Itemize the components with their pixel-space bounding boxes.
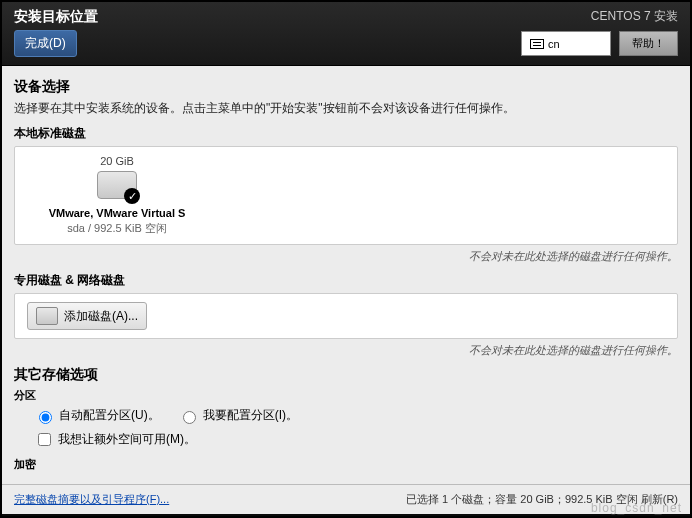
done-label: 完成(D) — [25, 36, 66, 50]
manual-partition-input[interactable] — [183, 411, 196, 424]
footer-bar: 完整磁盘摘要以及引导程序(F)... 已选择 1 个磁盘；容量 20 GiB；9… — [2, 484, 690, 514]
storage-options-title: 其它存储选项 — [14, 366, 678, 384]
extra-space-label: 我想让额外空间可用(M)。 — [58, 431, 196, 448]
disk-info: sda / 992.5 KiB 空闲 — [27, 221, 207, 236]
add-disk-label: 添加磁盘(A)... — [64, 308, 138, 325]
disk-tile[interactable]: 20 GiB ✓ VMware, VMware Virtual S sda / … — [27, 155, 207, 236]
keyboard-icon — [530, 39, 544, 49]
help-label: 帮助！ — [632, 37, 665, 49]
disk-size: 20 GiB — [27, 155, 207, 167]
hard-disk-icon: ✓ — [97, 171, 137, 199]
disk-name: VMware, VMware Virtual S — [27, 207, 207, 219]
auto-partition-label: 自动配置分区(U)。 — [59, 407, 160, 424]
extra-space-check[interactable]: 我想让额外空间可用(M)。 — [34, 430, 678, 449]
local-disks-note: 不会对未在此处选择的磁盘进行任何操作。 — [14, 249, 678, 264]
partition-radio-row: 自动配置分区(U)。 我要配置分区(I)。 — [34, 407, 678, 424]
header-bar: 安装目标位置 完成(D) CENTOS 7 安装 cn 帮助！ — [2, 2, 690, 66]
keyboard-layout-selector[interactable]: cn — [521, 31, 611, 56]
special-disks-well: 添加磁盘(A)... — [14, 293, 678, 339]
encrypt-label: 加密 — [14, 457, 678, 472]
installer-title: CENTOS 7 安装 — [591, 8, 678, 25]
page-title: 安装目标位置 — [14, 8, 98, 26]
special-disks-note: 不会对未在此处选择的磁盘进行任何操作。 — [14, 343, 678, 358]
disk-summary-link[interactable]: 完整磁盘摘要以及引导程序(F)... — [14, 492, 169, 507]
special-disks-title: 专用磁盘 & 网络磁盘 — [14, 272, 678, 289]
local-disks-well: 20 GiB ✓ VMware, VMware Virtual S sda / … — [14, 146, 678, 245]
add-disk-button[interactable]: 添加磁盘(A)... — [27, 302, 147, 330]
device-selection-desc: 选择要在其中安装系统的设备。点击主菜单中的"开始安装"按钮前不会对该设备进行任何… — [14, 100, 678, 117]
auto-partition-radio[interactable]: 自动配置分区(U)。 — [34, 407, 160, 424]
partition-label: 分区 — [14, 388, 678, 403]
manual-partition-radio[interactable]: 我要配置分区(I)。 — [178, 407, 298, 424]
footer-status: 已选择 1 个磁盘；容量 20 GiB；992.5 KiB 空闲 刷新(R) — [406, 492, 678, 507]
add-disk-icon — [36, 307, 58, 325]
check-icon: ✓ — [124, 188, 140, 204]
device-selection-title: 设备选择 — [14, 78, 678, 96]
done-button[interactable]: 完成(D) — [14, 30, 77, 57]
keyboard-layout-label: cn — [548, 38, 560, 50]
help-button[interactable]: 帮助！ — [619, 31, 678, 56]
auto-partition-input[interactable] — [39, 411, 52, 424]
local-disks-title: 本地标准磁盘 — [14, 125, 678, 142]
main-content: 设备选择 选择要在其中安装系统的设备。点击主菜单中的"开始安装"按钮前不会对该设… — [2, 66, 690, 484]
manual-partition-label: 我要配置分区(I)。 — [203, 407, 298, 424]
extra-space-input[interactable] — [38, 433, 51, 446]
